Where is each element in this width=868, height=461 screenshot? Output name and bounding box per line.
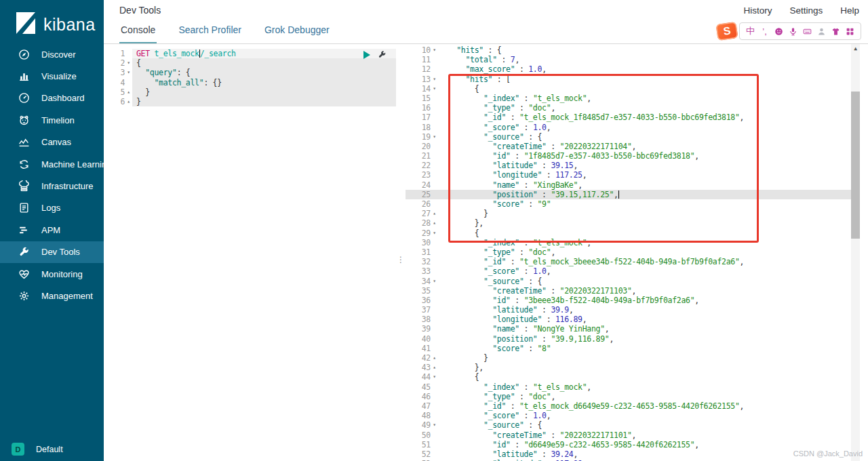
line-content: "position" : "39.15,117.25",: [438, 190, 852, 199]
sidebar-item-visualize[interactable]: Visualize: [0, 65, 104, 87]
line-content: "createTime" : "20220322171101",: [438, 430, 852, 440]
request-line: 4 "match_all": {}: [109, 78, 396, 87]
run-icon[interactable]: [363, 51, 370, 59]
sidebar-item-management[interactable]: Management: [0, 285, 104, 306]
sidebar-item-canvas[interactable]: Canvas: [0, 132, 104, 153]
response-line: 34▾ "_source" : {: [406, 277, 852, 286]
kibana-logo[interactable]: kibana: [0, 0, 104, 41]
request-editor[interactable]: 1GET t_els_mock/_search2▾{3▾ "query": {4…: [109, 44, 396, 461]
timelion-icon: [18, 115, 30, 126]
chinese-mode-icon[interactable]: 中: [743, 26, 757, 37]
line-number: 40: [406, 334, 438, 344]
space-badge: D: [12, 443, 24, 456]
wrench-icon[interactable]: [378, 50, 387, 59]
line-number: 41: [406, 344, 438, 353]
response-line: 21 "id" : "1f8485d7-e357-4033-b550-bbc69…: [406, 151, 852, 161]
response-line: 12 "max_score" : 1.0,: [406, 64, 852, 74]
person-icon[interactable]: [814, 26, 829, 37]
request-line: 1GET t_els_mock/_search: [109, 49, 396, 58]
line-content: "_id" : "t_els_mock_3beee34b-f522-404b-9…: [438, 257, 852, 266]
fold-open-icon[interactable]: ▾: [431, 75, 438, 84]
response-line: 46 "_type" : "doc",: [406, 392, 852, 401]
sidebar-item-discover[interactable]: Discover: [0, 43, 104, 65]
line-content: "id" : "1f8485d7-e357-4033-b550-bbc69fed…: [438, 151, 852, 161]
request-line: 6▴}: [109, 97, 396, 106]
sidebar-item-label: Management: [41, 291, 93, 301]
fold-open-icon[interactable]: ▾: [431, 277, 438, 286]
response-line: 42▴ }: [406, 353, 852, 363]
fold-open-icon[interactable]: ▾: [125, 68, 132, 77]
fold-open-icon[interactable]: ▾: [431, 84, 438, 94]
line-number: 39: [406, 324, 438, 334]
line-number: 15: [406, 94, 438, 103]
response-line: 48 "_score" : 1.0,: [406, 411, 852, 420]
fold-close-icon[interactable]: ▴: [431, 209, 438, 218]
sidebar-item-dev-tools[interactable]: Dev Tools: [0, 241, 104, 263]
sidebar-item-label: Monitoring: [41, 269, 83, 279]
sidebar-item-logs[interactable]: Logs: [0, 197, 104, 219]
request-line: 5▴ }: [109, 87, 396, 97]
fold-close-icon[interactable]: ▴: [125, 97, 132, 106]
header-link-settings[interactable]: Settings: [789, 5, 823, 16]
fold-open-icon[interactable]: ▾: [431, 372, 438, 382]
line-content: },: [438, 218, 852, 228]
sogou-logo-icon[interactable]: S: [715, 22, 738, 41]
tab-search-profiler[interactable]: Search Profiler: [177, 24, 243, 43]
line-number: 43▴: [406, 363, 438, 372]
punctuation-icon[interactable]: ’,: [757, 26, 772, 37]
line-number: 17: [406, 113, 438, 122]
tab-grok-debugger[interactable]: Grok Debugger: [263, 24, 331, 43]
header-link-help[interactable]: Help: [840, 5, 859, 16]
line-content: "name" : "NongYe YinHang",: [438, 324, 852, 334]
line-content: GET t_els_mock/_search: [132, 49, 396, 58]
sidebar-item-monitoring[interactable]: Monitoring: [0, 263, 104, 285]
emoji-icon[interactable]: [772, 26, 786, 37]
fold-open-icon[interactable]: ▾: [431, 228, 438, 238]
fold-open-icon[interactable]: ▾: [125, 58, 132, 68]
request-line: 2▾{: [109, 58, 396, 68]
line-content: },: [438, 363, 852, 372]
sidebar-item-timelion[interactable]: Timelion: [0, 109, 104, 131]
header-link-history[interactable]: History: [743, 5, 772, 16]
scroll-up-icon[interactable]: ▲: [851, 44, 860, 54]
response-line: 49▾ "_source" : {: [406, 420, 852, 430]
line-content: "_score" : 1.0,: [438, 411, 852, 420]
line-number: 13▾: [406, 75, 438, 84]
line-content: "query": {: [132, 68, 396, 77]
response-line: 26 "score" : "9": [406, 199, 852, 209]
fold-close-icon[interactable]: ▴: [431, 218, 438, 228]
keyboard-icon[interactable]: [800, 26, 814, 37]
sidebar-item-machine-learning[interactable]: Machine Learning: [0, 153, 104, 175]
microphone-icon[interactable]: [786, 26, 800, 37]
line-number: 47: [406, 401, 438, 411]
space-selector[interactable]: D Default: [0, 443, 63, 456]
fold-close-icon[interactable]: ▴: [431, 363, 438, 372]
sidebar-item-infrastructure[interactable]: Infrastructure: [0, 175, 104, 197]
sidebar-item-label: Dashboard: [41, 93, 85, 103]
fold-open-icon[interactable]: ▾: [431, 420, 438, 430]
line-content: "_type" : "doc",: [438, 392, 852, 401]
line-content: "position" : "39.9,116.89",: [438, 334, 852, 344]
fold-open-icon[interactable]: ▾: [431, 45, 438, 55]
sidebar-item-label: Discover: [41, 49, 76, 60]
sidebar-item-apm[interactable]: APM: [0, 219, 104, 241]
line-content: "latitude" : 39.9,: [438, 305, 852, 315]
fold-close-icon[interactable]: ▴: [431, 353, 438, 363]
fold-open-icon[interactable]: ▾: [431, 132, 438, 142]
response-viewer[interactable]: 10▾ "hits" : {11 "total" : 7,12 "max_sco…: [406, 44, 852, 461]
panel-splitter[interactable]: ⋮: [396, 44, 406, 461]
fold-close-icon[interactable]: ▴: [125, 87, 132, 97]
tab-console[interactable]: Console: [119, 24, 157, 43]
skin-icon[interactable]: [829, 26, 843, 37]
sidebar-item-dashboard[interactable]: Dashboard: [0, 87, 104, 109]
line-number: 27▴: [406, 209, 438, 218]
response-line: 30 "_index" : "t_els_mock",: [406, 238, 852, 247]
line-number: 29▾: [406, 228, 438, 238]
response-scrollbar[interactable]: ▲: [851, 44, 860, 461]
ime-toolbar: S 中’,: [717, 22, 861, 40]
scrollbar-thumb[interactable]: [851, 92, 860, 239]
line-content: "total" : 7,: [438, 55, 852, 64]
line-number: 52: [406, 449, 438, 459]
grid-icon[interactable]: [843, 26, 857, 37]
response-line: 22 "latitude" : 39.15,: [406, 161, 852, 170]
